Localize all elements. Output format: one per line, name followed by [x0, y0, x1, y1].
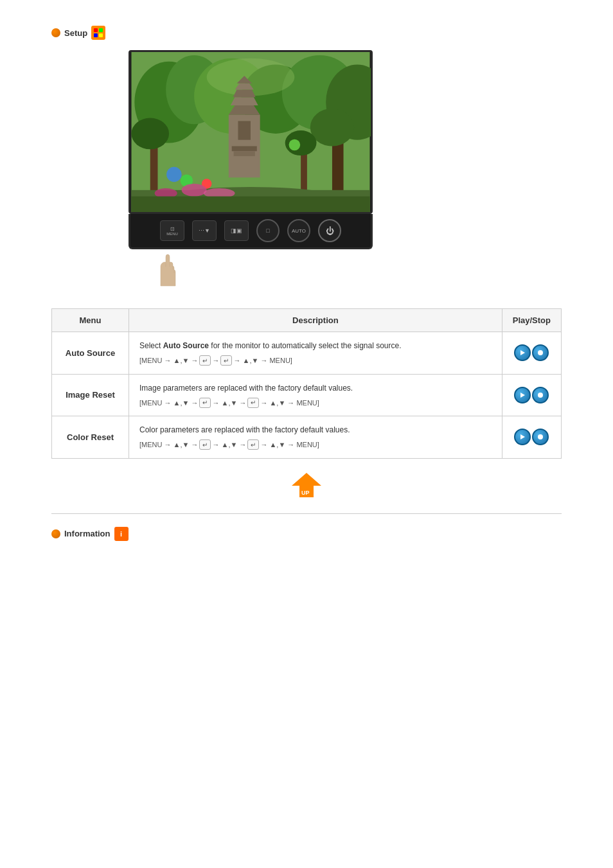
monitor-btn-auto[interactable]: AUTO: [287, 219, 310, 242]
play-btn-image-reset[interactable]: [514, 387, 531, 403]
up-button[interactable]: UP: [289, 472, 324, 500]
nav-auto-source: [MENU → ▲,▼ → ↵ → ↵ → ▲,▼ → MENU]: [139, 355, 492, 366]
play-btn-auto-source[interactable]: [514, 344, 531, 361]
svg-rect-1: [99, 28, 103, 32]
info-label: Information: [64, 529, 111, 538]
desc-auto-source: Select Auto Source for the monitor to au…: [129, 332, 502, 375]
stop-btn-auto-source[interactable]: [532, 344, 549, 361]
svg-point-24: [131, 118, 169, 150]
information-header: Information i: [51, 527, 562, 541]
svg-text:UP: UP: [301, 490, 310, 496]
menu-name-image-reset: Image Reset: [52, 374, 129, 416]
table-header-playstop: Play/Stop: [502, 309, 561, 332]
desc-color-reset: Color parameters are replaced with the f…: [129, 416, 502, 459]
section-divider: [51, 513, 562, 514]
nav-color-reset: [MENU → ▲,▼ → ↵ → ▲,▼ → ↵ → ▲,▼ → MENU]: [139, 439, 492, 450]
svg-marker-37: [520, 350, 525, 355]
svg-rect-2: [94, 33, 98, 37]
svg-point-40: [538, 393, 543, 398]
svg-rect-18: [238, 121, 251, 139]
playstop-image-reset[interactable]: [502, 374, 561, 416]
table-row: Auto Source Select Auto Source for the m…: [52, 332, 562, 375]
finger-icon: [148, 244, 186, 289]
table-row: Color Reset Color parameters are replace…: [52, 416, 562, 459]
svg-marker-39: [520, 393, 525, 398]
monitor-container: ⊡ MENU ⋯▼ ◨▣ □ AUTO ⏻: [129, 50, 373, 289]
up-arrow-icon: UP: [289, 472, 324, 500]
menu-name-color-reset: Color Reset: [52, 416, 129, 459]
info-circle-icon: [51, 529, 60, 538]
svg-rect-20: [234, 151, 255, 156]
stop-btn-color-reset[interactable]: [532, 429, 549, 445]
menu-name-auto-source: Auto Source: [52, 332, 129, 375]
svg-point-32: [289, 139, 301, 151]
setup-circle-icon: [51, 28, 60, 37]
svg-rect-0: [94, 28, 98, 32]
svg-point-42: [538, 434, 543, 439]
monitor-btn-source[interactable]: ⋯▼: [192, 220, 217, 241]
table-row: Image Reset Image parameters are replace…: [52, 374, 562, 416]
monitor-btn-enter[interactable]: □: [256, 219, 280, 242]
monitor-btn-image[interactable]: ◨▣: [224, 220, 249, 241]
svg-point-38: [538, 350, 543, 355]
menu-table: Menu Description Play/Stop Auto Source S…: [51, 308, 562, 459]
nav-image-reset: [MENU → ▲,▼ → ↵ → ▲,▼ → ↵ → ▲,▼ → MENU]: [139, 398, 492, 409]
finger-cursor-area: [148, 244, 373, 289]
monitor-btn-power[interactable]: ⏻: [318, 219, 341, 242]
table-header-description: Description: [129, 309, 502, 332]
playstop-auto-source[interactable]: [502, 332, 561, 375]
svg-rect-19: [232, 146, 257, 151]
svg-rect-36: [131, 197, 369, 212]
setup-badge: [91, 26, 105, 40]
svg-marker-41: [520, 434, 525, 439]
svg-point-33: [182, 184, 207, 197]
setup-label: Setup: [64, 28, 87, 38]
playstop-color-reset[interactable]: [502, 416, 561, 459]
setup-header: Setup: [51, 26, 562, 40]
play-btn-color-reset[interactable]: [514, 429, 531, 445]
stop-btn-image-reset[interactable]: [532, 387, 549, 403]
monitor-btn-menu[interactable]: ⊡ MENU: [160, 220, 184, 241]
table-header-menu: Menu: [52, 309, 129, 332]
info-badge: i: [114, 527, 129, 541]
svg-point-29: [166, 167, 181, 182]
desc-image-reset: Image parameters are replaced with the f…: [129, 374, 502, 416]
svg-marker-15: [233, 90, 256, 98]
monitor-screen: [129, 50, 373, 214]
svg-marker-14: [231, 97, 258, 105]
svg-point-25: [310, 109, 354, 146]
svg-rect-3: [99, 33, 103, 37]
up-button-container[interactable]: UP: [51, 472, 562, 500]
